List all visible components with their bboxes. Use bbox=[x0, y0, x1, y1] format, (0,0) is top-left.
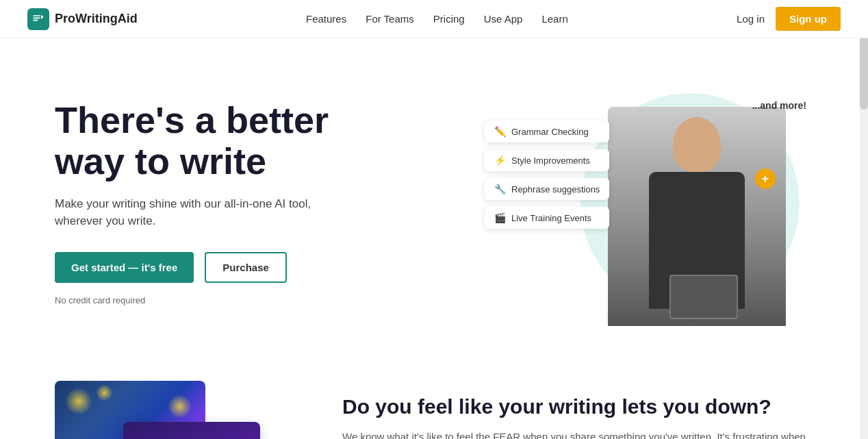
purchase-button[interactable]: Purchase bbox=[205, 252, 287, 283]
training-label: Live Training Events bbox=[511, 213, 591, 223]
hero-illustration: ✏️ Grammar Checking ⚡ Style Improvements… bbox=[485, 79, 813, 326]
feature-cards: ✏️ Grammar Checking ⚡ Style Improvements… bbox=[485, 121, 609, 229]
nav-learn[interactable]: Learn bbox=[541, 13, 567, 25]
scrollbar-rail[interactable] bbox=[860, 0, 868, 439]
training-icon: 🎬 bbox=[494, 212, 506, 223]
hero-subtitle: Make your writing shine with our all-in-… bbox=[55, 195, 329, 230]
login-link[interactable]: Log in bbox=[737, 13, 765, 25]
logo-link[interactable]: ProWritingAid bbox=[27, 8, 138, 30]
brand-name: ProWritingAid bbox=[55, 12, 138, 26]
signup-button[interactable]: Sign up bbox=[776, 7, 841, 31]
grammar-icon: ✏️ bbox=[494, 126, 506, 137]
person-body bbox=[608, 107, 786, 326]
section2: My idea in my head Do you feel like your… bbox=[0, 353, 868, 439]
feature-card-rephrase: 🔧 Rephrase suggestions bbox=[485, 178, 609, 200]
feature-card-grammar: ✏️ Grammar Checking bbox=[485, 121, 609, 142]
nav-links: Features For Teams Pricing Use App Learn bbox=[306, 13, 568, 25]
swirl-2 bbox=[96, 384, 113, 401]
more-label: ...and more! bbox=[752, 100, 806, 111]
plus-badge: + bbox=[755, 168, 776, 189]
no-credit-card-text: No credit card required bbox=[55, 295, 329, 305]
swirl-3 bbox=[168, 394, 192, 418]
section2-text-area: Do you feel like your writing lets you d… bbox=[342, 381, 813, 439]
painting-bg-2 bbox=[123, 422, 260, 439]
hero-person bbox=[608, 107, 786, 326]
rephrase-label: Rephrase suggestions bbox=[511, 184, 600, 195]
nav-pricing[interactable]: Pricing bbox=[433, 13, 465, 25]
swirl-1 bbox=[65, 388, 92, 415]
section2-images: My idea in my head bbox=[55, 381, 301, 439]
hero-buttons: Get started — it's free Purchase bbox=[55, 252, 329, 283]
hero-left: There's a better way to write Make your … bbox=[55, 100, 329, 305]
nav-actions: Log in Sign up bbox=[737, 7, 841, 31]
person-head bbox=[673, 117, 721, 172]
grammar-label: Grammar Checking bbox=[511, 127, 589, 137]
nav-use-app[interactable]: Use App bbox=[484, 13, 523, 25]
nav-features[interactable]: Features bbox=[306, 13, 346, 25]
style-icon: ⚡ bbox=[494, 155, 506, 166]
person-torso bbox=[649, 172, 745, 309]
painting-wrap: My idea in my head bbox=[55, 381, 301, 439]
navbar: ProWritingAid Features For Teams Pricing… bbox=[0, 0, 868, 38]
nav-for-teams[interactable]: For Teams bbox=[366, 13, 414, 25]
style-label: Style Improvements bbox=[511, 155, 590, 166]
hero-title: There's a better way to write bbox=[55, 100, 329, 181]
logo-svg bbox=[31, 12, 45, 26]
get-started-button[interactable]: Get started — it's free bbox=[55, 252, 194, 283]
painting-card-2: My idea in my head bbox=[123, 422, 260, 439]
feature-card-style: ⚡ Style Improvements bbox=[485, 149, 609, 171]
feature-card-training: 🎬 Live Training Events bbox=[485, 207, 609, 229]
section2-title: Do you feel like your writing lets you d… bbox=[342, 394, 813, 419]
logo-icon bbox=[27, 8, 49, 30]
hero-section: There's a better way to write Make your … bbox=[0, 38, 868, 353]
person-laptop bbox=[669, 275, 738, 319]
rephrase-icon: 🔧 bbox=[494, 184, 506, 195]
section2-body: We know what it's like to feel the FEAR … bbox=[342, 429, 813, 439]
